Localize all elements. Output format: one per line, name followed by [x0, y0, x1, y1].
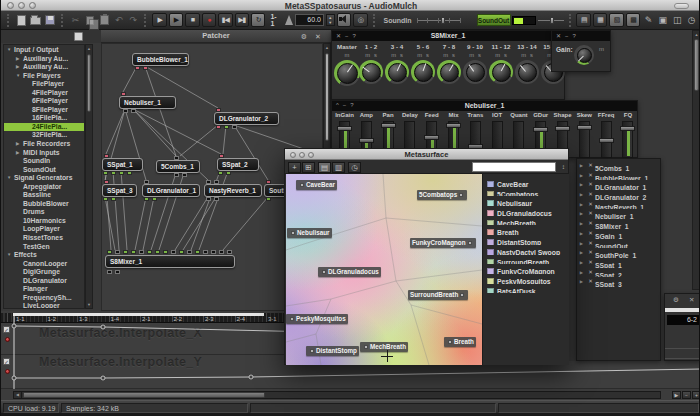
snapshot-row-dlgranuladocus[interactable]: DLGranuladocus [483, 206, 569, 216]
node-port[interactable] [211, 250, 216, 254]
rewind-button[interactable]: ▮◀ [218, 13, 232, 27]
corner-gear-icon[interactable]: ⚙ [673, 296, 679, 304]
node-port[interactable] [206, 197, 211, 201]
node-port[interactable] [103, 171, 108, 175]
mixer-knob[interactable] [385, 60, 409, 84]
autolist-item-nebuliser-1[interactable]: ▶✕Nebuliser_1 [577, 209, 660, 219]
solo-button[interactable]: s [424, 52, 431, 58]
fader-handle[interactable] [599, 138, 614, 143]
node-port[interactable] [227, 250, 232, 254]
patcher-node-dlgranulator-2[interactable]: DLGranulator_2 [214, 112, 279, 125]
lane-x-record-dot[interactable] [5, 337, 10, 342]
autolist-item-dlgranulator-1[interactable]: ▶✕DLGranulator_1 [577, 180, 660, 190]
sidebar-item-flanger[interactable]: Flanger [4, 285, 84, 294]
surface-snapshot-surroundbreath[interactable]: SurroundBreath [408, 290, 468, 300]
monitor-button[interactable]: ◎ [353, 13, 367, 27]
edit-icon[interactable]: ✎ [642, 14, 654, 27]
sidebar-item-input-output[interactable]: ▼Input / Output [4, 46, 84, 55]
window-icon[interactable]: ▣ [657, 14, 669, 27]
gain-knob[interactable] [574, 45, 594, 65]
node-port[interactable] [121, 92, 126, 96]
patcher-node-dlgranulator-1[interactable]: DLGranulator_1 [142, 184, 200, 197]
node-port[interactable] [174, 156, 179, 160]
patcher-close-icon[interactable]: ✕ [313, 32, 323, 42]
mute-button[interactable]: m [363, 52, 372, 58]
timeline-zoom-in-button[interactable]: + [692, 391, 700, 399]
triangle-right-icon[interactable]: ▶ [16, 140, 23, 149]
remove-icon[interactable]: ✕ [586, 248, 595, 258]
detail-view-button[interactable]: ▥ [332, 162, 345, 173]
node-port[interactable] [107, 250, 112, 254]
mute-button[interactable]: m [343, 52, 352, 58]
lane-y-enable-checkbox[interactable]: ✓ [3, 358, 10, 365]
node-port[interactable] [103, 197, 108, 201]
node-port[interactable] [179, 250, 184, 254]
expand-triangle-icon[interactable]: ▶ [577, 180, 586, 190]
remove-icon[interactable]: ✕ [586, 229, 595, 239]
sgain-close-icon[interactable]: ✕ [556, 33, 565, 39]
sidebar-item-soundin[interactable]: SoundIn [4, 157, 84, 166]
redo-icon[interactable]: ↷ [127, 14, 139, 27]
surface-crosshair-icon[interactable] [381, 350, 393, 362]
palette-doc-icon[interactable] [74, 32, 83, 41]
surface-snapshot-dlgranuladocus[interactable]: DLGranuladocus [318, 267, 381, 277]
scrollbar-thumb[interactable] [87, 54, 91, 112]
scroll-up-icon[interactable]: ▲ [693, 32, 700, 37]
expand-triangle-icon[interactable]: ▶ [577, 200, 586, 210]
view-automation-button[interactable]: ▧ [609, 13, 623, 27]
expand-triangle-icon[interactable]: ▶ [577, 268, 586, 278]
patcher-node-s8mixer-1[interactable]: S8Mixer_1 [105, 255, 235, 268]
fader-handle[interactable] [577, 125, 592, 130]
node-port[interactable] [219, 250, 224, 254]
lane-y-record-dot[interactable] [5, 369, 10, 374]
patcher-header[interactable]: Patcher ⚙ ✕ [101, 30, 331, 43]
node-port[interactable] [111, 197, 116, 201]
sidebar-item-loopplayer[interactable]: LoopPlayer [4, 225, 84, 234]
remove-icon[interactable]: ✕ [586, 171, 595, 181]
metasurface-titlebar[interactable]: Metasurface [285, 149, 568, 160]
surface-snapshot-distantstomp[interactable]: DistantStomp [306, 346, 359, 356]
patcher-node-bubbleblower-1[interactable]: BubbleBlower_1 [132, 53, 189, 66]
play-button[interactable]: ▶ [169, 13, 183, 27]
node-port[interactable] [107, 270, 112, 274]
mixer-knob[interactable] [334, 60, 360, 86]
sidebar-item-livelooper[interactable]: LiveLooper [4, 302, 84, 309]
autolist-item-sspat-2[interactable]: ▶✕SSpat_2 [577, 268, 660, 278]
node-port[interactable] [232, 125, 237, 129]
scroll-left-icon[interactable]: ◀ [14, 392, 22, 398]
node-port[interactable] [143, 66, 148, 70]
mixer-knob[interactable] [515, 60, 539, 84]
sgain-minimize-icon[interactable]: − [565, 33, 573, 39]
node-port[interactable] [203, 250, 208, 254]
mute-button[interactable]: m [415, 52, 424, 58]
mixer-knob[interactable] [411, 60, 435, 84]
node-port[interactable] [139, 250, 144, 254]
sidebar-item-rissettones[interactable]: RissetTones [4, 234, 84, 243]
node-port[interactable] [123, 109, 128, 113]
scroll-down-icon[interactable]: ▼ [86, 302, 92, 307]
history-button[interactable]: ◷ [348, 162, 361, 173]
node-port[interactable] [266, 180, 271, 184]
timeline-scrollbar[interactable]: ◀ [13, 391, 661, 399]
node-port[interactable] [187, 250, 192, 254]
node-port[interactable] [214, 180, 219, 184]
patcher-node-5combs-1[interactable]: 5Combs_1 [156, 160, 200, 173]
sidebar-item-6fileplayer[interactable]: 6FilePlayer [4, 97, 84, 106]
sidebar-item-8fileplayer[interactable]: 8FilePlayer [4, 106, 84, 115]
fader-handle[interactable] [441, 17, 445, 24]
fader-handle[interactable] [337, 126, 352, 131]
snapshot-row-cavebear[interactable]: CaveBear [483, 177, 569, 187]
expand-triangle-icon[interactable]: ▶ [577, 229, 586, 239]
patcher-gear-icon[interactable]: ⚙ [299, 32, 309, 42]
mute-button[interactable]: m [389, 52, 398, 58]
nebuliser-titlebar[interactable]: ^−? Nebuliser_1 [332, 101, 637, 111]
forward-button[interactable]: ▶▮ [235, 13, 249, 27]
snapshot-row-nebulisaur[interactable]: Nebulisaur [483, 196, 569, 206]
node-port[interactable] [163, 250, 168, 254]
triangle-right-icon[interactable]: ▶ [16, 55, 23, 64]
sidebar-item-fileplayer[interactable]: FilePlayer [4, 80, 84, 89]
soundin-fader[interactable] [417, 16, 461, 25]
save-icon[interactable] [44, 14, 56, 27]
sidebar-item-16filepla[interactable]: 16FilePla... [4, 114, 84, 123]
snapshot-row-distantstomp[interactable]: DistantStomp [483, 235, 569, 245]
